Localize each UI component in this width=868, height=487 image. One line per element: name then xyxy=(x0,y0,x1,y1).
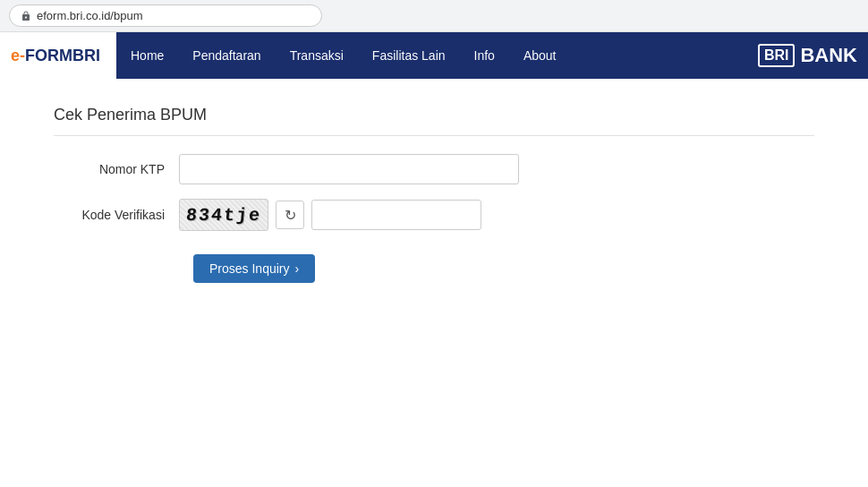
captcha-refresh-button[interactable]: ↻ xyxy=(276,201,304,229)
bank-logo-box: BRI xyxy=(758,44,796,67)
submit-row: Proses Inquiry › xyxy=(54,245,814,283)
ktp-label: Nomor KTP xyxy=(54,162,179,176)
nav-pendaftaran[interactable]: Pendaftaran xyxy=(178,32,275,79)
bank-logo-area: BRI BANK xyxy=(747,32,868,79)
verifikasi-label: Kode Verifikasi xyxy=(54,208,179,222)
bank-logo: BRI BANK xyxy=(758,44,857,67)
logo-e: e- xyxy=(11,47,25,64)
nav-fasilitas-lain[interactable]: Fasilitas Lain xyxy=(358,32,460,79)
logo-bri: BRI xyxy=(72,47,100,64)
nav-links: Home Pendaftaran Transaksi Fasilitas Lai… xyxy=(116,32,747,79)
address-bar: eform.bri.co.id/bpum xyxy=(9,4,322,27)
captcha-row: 834tje ↻ xyxy=(179,199,481,231)
form-section: Nomor KTP Kode Verifikasi 834tje ↻ Prose… xyxy=(54,154,814,283)
nav-info[interactable]: Info xyxy=(460,32,509,79)
nav-about[interactable]: About xyxy=(509,32,571,79)
verifikasi-row: Kode Verifikasi 834tje ↻ xyxy=(54,199,814,231)
submit-button[interactable]: Proses Inquiry › xyxy=(193,254,315,283)
bank-label: BANK xyxy=(800,44,857,67)
logo-form: FORM xyxy=(25,47,72,64)
browser-chrome: eform.bri.co.id/bpum xyxy=(0,0,868,32)
submit-label: Proses Inquiry xyxy=(209,261,289,276)
navbar: e-FORMBRI Home Pendaftaran Transaksi Fas… xyxy=(0,32,868,79)
captcha-input[interactable] xyxy=(311,200,481,230)
ktp-row: Nomor KTP xyxy=(54,154,814,184)
logo: e-FORMBRI xyxy=(11,47,100,65)
nav-home[interactable]: Home xyxy=(116,32,178,79)
nav-transaksi[interactable]: Transaksi xyxy=(276,32,358,79)
captcha-image: 834tje xyxy=(179,199,268,231)
address-text: eform.bri.co.id/bpum xyxy=(37,9,143,22)
arrow-icon: › xyxy=(294,261,299,276)
lock-icon xyxy=(21,11,31,21)
page-title: Cek Penerima BPUM xyxy=(54,106,814,136)
main-content: Cek Penerima BPUM Nomor KTP Kode Verifik… xyxy=(0,79,868,487)
captcha-text: 834tje xyxy=(185,205,262,226)
logo-area: e-FORMBRI xyxy=(0,32,116,79)
ktp-input[interactable] xyxy=(179,154,519,184)
